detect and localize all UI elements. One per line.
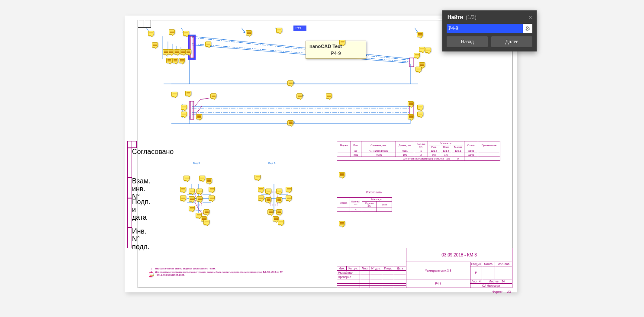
find-input[interactable]: [447, 24, 523, 33]
tooltip-body: P4-9: [309, 51, 362, 56]
spec-table-main: Марка Поз. Сечение, мм Длина, мм Кол-во,…: [337, 141, 500, 161]
spec-row: p7 Гн. □ 200х100х6 4601 1 121,5 121,5 12…: [337, 149, 500, 153]
title-block: 03.09.2018 - КМ 3 Фахверки в осях 3-8 Ст…: [337, 248, 512, 288]
tooltip-title: nanoCAD Text: [309, 44, 362, 49]
cad-drawing-sheet: 4935 4933 Вид А Вид Б Вид В P4-9 nanoCAD…: [125, 16, 517, 292]
find-prev-button[interactable]: Назад: [447, 36, 488, 47]
view-label-v: Вид В: [268, 162, 276, 164]
tooltip-text-entity: nanoCAD Text P4-9: [306, 41, 366, 59]
find-count: (1/3): [466, 14, 477, 20]
spec-row: пл1 - 90x6 190 2 0,8 1,6 C245: [337, 153, 500, 157]
spec-table-make: Марка Кол-во, шт. Масса, кг Одного эл. В…: [337, 197, 392, 212]
find-panel: Найти (1/3) × ⚙ Назад Далее: [442, 10, 537, 51]
binding-strip: Согласовано Взам. инв. N° Подп. и дата И…: [127, 148, 137, 248]
make-label: Изготовить: [366, 191, 382, 194]
label-p4-9: P4-9: [296, 26, 301, 29]
find-next-button[interactable]: Далее: [491, 36, 532, 47]
find-title: Найти: [448, 14, 463, 20]
notes-block: Необозначенные катеты сварных швов приня…: [151, 267, 306, 277]
format-label: Формат A3: [493, 290, 511, 293]
close-icon[interactable]: ×: [528, 13, 532, 21]
gear-icon[interactable]: ⚙: [523, 25, 532, 32]
view-label-b: Вид Б: [193, 162, 200, 164]
